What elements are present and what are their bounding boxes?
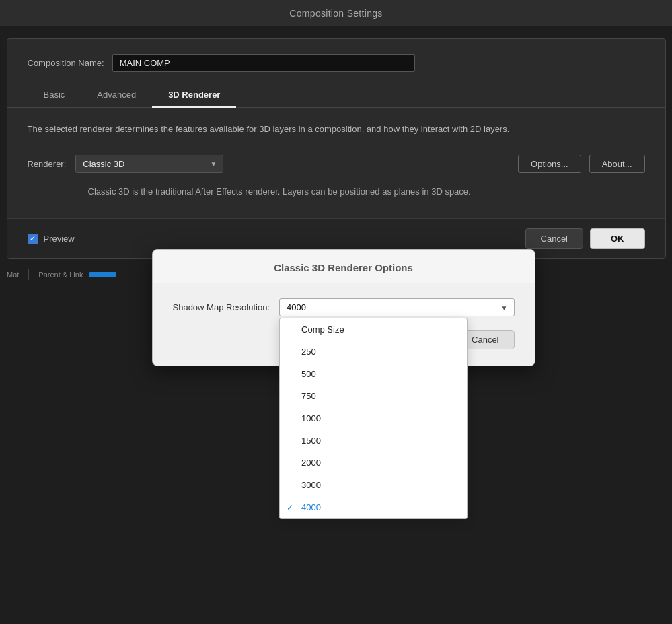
- dropdown-item-250[interactable]: 250: [280, 341, 467, 363]
- timeline-mat-label: Mat: [7, 271, 19, 279]
- tab-basic[interactable]: Basic: [28, 84, 81, 108]
- preview-label: Preview: [44, 234, 75, 244]
- about-button[interactable]: About...: [589, 155, 645, 173]
- bottom-actions: Cancel OK: [525, 228, 645, 249]
- tabs-bar: Basic Advanced 3D Renderer: [7, 84, 665, 108]
- tab-advanced[interactable]: Advanced: [81, 84, 152, 108]
- options-button[interactable]: Options...: [518, 155, 581, 173]
- timeline-progress-bar: [89, 272, 116, 277]
- options-dialog: Classic 3D Renderer Options Shadow Map R…: [152, 249, 535, 366]
- comp-name-label: Composition Name:: [28, 58, 104, 68]
- renderer-detail-desc: Classic 3D is the traditional After Effe…: [88, 185, 645, 199]
- dropdown-item-comp-size[interactable]: Comp Size: [280, 318, 467, 341]
- shadow-select-wrapper: Comp Size 250 500 750 1000 1500 2000 300…: [279, 298, 514, 316]
- options-dialog-title: Classic 3D Renderer Options: [153, 250, 535, 283]
- timeline-parent-label: Parent & Link: [38, 271, 83, 279]
- comp-name-row: Composition Name:: [7, 39, 665, 84]
- preview-checkbox-row: Preview: [28, 234, 75, 244]
- renderer-label: Renderer:: [28, 159, 67, 169]
- dropdown-item-3000[interactable]: 3000: [280, 474, 467, 496]
- cancel-button[interactable]: Cancel: [525, 228, 583, 249]
- renderer-select[interactable]: Classic 3D Cinema 4D: [75, 155, 223, 173]
- dialog-title: Composition Settings: [289, 8, 382, 19]
- title-bar: Composition Settings: [0, 0, 672, 26]
- dropdown-item-1000[interactable]: 1000: [280, 407, 467, 429]
- shadow-map-select[interactable]: Comp Size 250 500 750 1000 1500 2000 300…: [279, 298, 514, 316]
- shadow-dropdown-open: Comp Size 250 500 750: [279, 318, 468, 519]
- renderer-select-wrapper: Classic 3D Cinema 4D: [75, 155, 223, 173]
- checkmark-icon: ✓: [287, 503, 293, 512]
- shadow-map-row: Shadow Map Resolution: Comp Size 250 500…: [173, 298, 515, 316]
- main-content: The selected renderer determines the fea…: [7, 108, 665, 218]
- dropdown-item-500[interactable]: 500: [280, 363, 467, 385]
- renderer-buttons: Options... About...: [515, 155, 644, 173]
- renderer-description: The selected renderer determines the fea…: [28, 123, 645, 136]
- timeline-separator: [28, 269, 29, 280]
- dropdown-item-2000[interactable]: 2000: [280, 452, 467, 474]
- ok-button[interactable]: OK: [590, 228, 645, 249]
- dropdown-item-1500[interactable]: 1500: [280, 429, 467, 452]
- shadow-map-label: Shadow Map Resolution:: [173, 302, 270, 312]
- tab-3d-renderer[interactable]: 3D Renderer: [152, 84, 236, 108]
- dropdown-item-4000[interactable]: ✓ 4000: [280, 496, 467, 518]
- composition-settings-dialog: Composition Name: Basic Advanced 3D Rend…: [7, 38, 666, 259]
- dropdown-item-750[interactable]: 750: [280, 385, 467, 407]
- options-dialog-body: Shadow Map Resolution: Comp Size 250 500…: [153, 283, 535, 366]
- renderer-row: Renderer: Classic 3D Cinema 4D Options..…: [28, 155, 645, 173]
- preview-checkbox[interactable]: [28, 234, 38, 244]
- comp-name-input[interactable]: [112, 54, 415, 72]
